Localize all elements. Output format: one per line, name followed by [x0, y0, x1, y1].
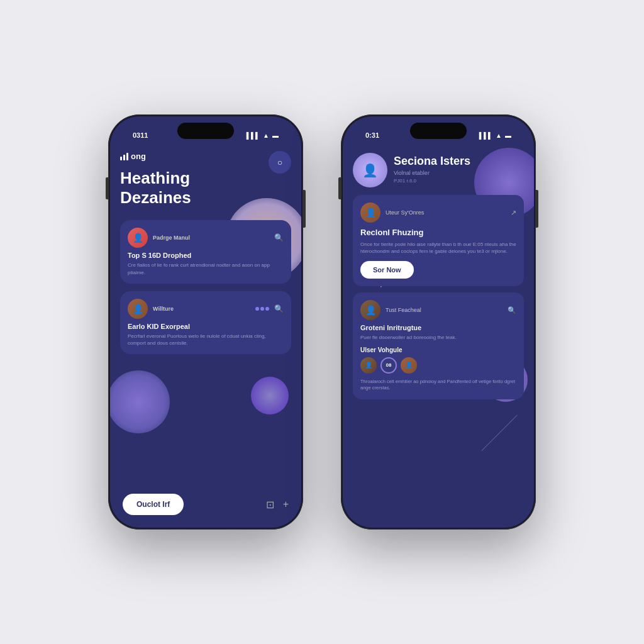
card-1-title: Top S 16D Drophed: [128, 252, 284, 259]
sor-now-button[interactable]: Sor Now: [360, 261, 414, 279]
card2-2: 👤 Tust Feacheal 🔍 Groteni Inritrugtue Pu…: [353, 292, 524, 399]
signal-icon-2: ▌▌▌: [479, 132, 492, 139]
wifi-icon-1: ▲: [263, 132, 269, 139]
status-time-1: 0311: [133, 131, 148, 139]
phone2-subtitle: Violnal etabler: [394, 170, 524, 176]
avatar-card3: 👤: [360, 300, 380, 320]
scene: 0311 ▌▌▌ ▲ ▬ ong: [0, 0, 644, 644]
nav-icons: ⊡ +: [266, 499, 289, 511]
main-heading: Heathing Dezaines: [120, 169, 291, 208]
card2-1-title: Reclonl Fhuzing: [360, 228, 516, 237]
phone2-header: 👤 Seciona Isters Violnal etabler PJ01 r.…: [353, 153, 524, 187]
card2-1-user: Uteur Sy'Onres: [386, 209, 506, 216]
dynamic-island-1: [177, 123, 234, 139]
wifi-icon-2: ▲: [496, 132, 502, 139]
logo: ong: [120, 152, 291, 161]
card3-section-title: Ulser Vohgule: [360, 347, 516, 353]
avatar-card2: 👤: [128, 299, 148, 319]
phone2-title: Seciona Isters: [394, 155, 524, 168]
avatar-card1: 👤: [128, 228, 148, 248]
card3-title: Groteni Inritrugtue: [360, 324, 516, 331]
avatar-large-phone2: 👤: [353, 153, 387, 187]
card-1-username: Padrge Manul: [153, 235, 269, 241]
search-button-1[interactable]: ○: [269, 151, 291, 174]
card-2-desc: Pecrfarl everonal Puorlous welo lie nulo…: [128, 333, 284, 347]
camera-icon[interactable]: ⊡: [266, 499, 274, 511]
phone2-link[interactable]: PJ01 r.6.0: [394, 178, 524, 184]
bottom-nav: Ouclot Irf ⊡ +: [110, 486, 301, 528]
external-link-icon[interactable]: ↗: [511, 209, 516, 217]
card2-1-desc: Once for tierite pode hilo aise rallyte …: [360, 241, 516, 255]
card3-username: Tust Feacheal: [386, 307, 502, 313]
status-time-2: 0:31: [365, 131, 379, 139]
card2-1-header: 👤 Uteur Sy'Onres ↗: [360, 203, 516, 223]
status-icons-1: ▌▌▌ ▲ ▬: [247, 132, 279, 139]
card2-1-username: Uteur Sy'Onres: [386, 209, 506, 216]
add-icon[interactable]: +: [283, 499, 289, 510]
card-2-title: Earlo KID Exorpeal: [128, 323, 284, 330]
card3-header: 👤 Tust Feacheal 🔍: [360, 300, 516, 320]
cta-button[interactable]: Ouclot Irf: [123, 494, 184, 515]
card-1: 👤 Padrge Manul 🔍 Top S 16D Drophed Cre f…: [120, 220, 291, 283]
card-2-header: 👤 Willture 🔍: [128, 299, 284, 319]
card-2-username: Willture: [153, 306, 250, 312]
card3-search-icon[interactable]: 🔍: [508, 306, 516, 314]
signal-icon-1: ▌▌▌: [247, 132, 260, 139]
card-1-search-icon[interactable]: 🔍: [274, 233, 284, 242]
badge-dots: [255, 307, 269, 311]
phone2-title-block: Seciona Isters Violnal etabler PJ01 r.6.…: [394, 153, 524, 184]
dynamic-island-2: [410, 123, 467, 139]
card-1-header: 👤 Padrge Manul 🔍: [128, 228, 284, 248]
card-2-search-icon[interactable]: 🔍: [274, 304, 284, 313]
card3-desc: Puer fle dooerwoller ad boreooing fhe te…: [360, 334, 516, 341]
card-2: 👤 Willture 🔍 Earlo KID Exorpeal Pecrfarl…: [120, 291, 291, 354]
status-icons-2: ▌▌▌ ▲ ▬: [479, 132, 511, 139]
card-2-user-info: Willture: [153, 306, 250, 312]
avatar-count: 08: [380, 357, 397, 374]
avatar-card2-1: 👤: [360, 203, 380, 223]
battery-icon-2: ▬: [505, 132, 511, 139]
avatar-row-2: 👤: [401, 357, 417, 374]
phone-2: ✦ ✦ ✦ 0:31 ▌▌▌ ▲ ▬: [341, 114, 536, 530]
card-1-user-info: Padrge Manul: [153, 235, 269, 241]
card-1-desc: Cre fiallos of lie fo rank curt atrendlo…: [128, 262, 284, 275]
card3-footer: Throalaroch celt emhilier ao pdnoioy and…: [360, 379, 516, 392]
phone-1: 0311 ▌▌▌ ▲ ▬ ong: [108, 114, 303, 530]
card2-1: 👤 Uteur Sy'Onres ↗ Reclonl Fhuzing Once …: [353, 195, 524, 286]
battery-icon-1: ▬: [272, 132, 279, 139]
logo-bars-icon: [120, 153, 128, 160]
avatar-row-1: 👤: [360, 357, 377, 374]
avatar-row: 👤 08 👤: [360, 357, 516, 374]
card3-user-info: Tust Feacheal: [386, 307, 502, 313]
logo-text: ong: [131, 152, 146, 161]
